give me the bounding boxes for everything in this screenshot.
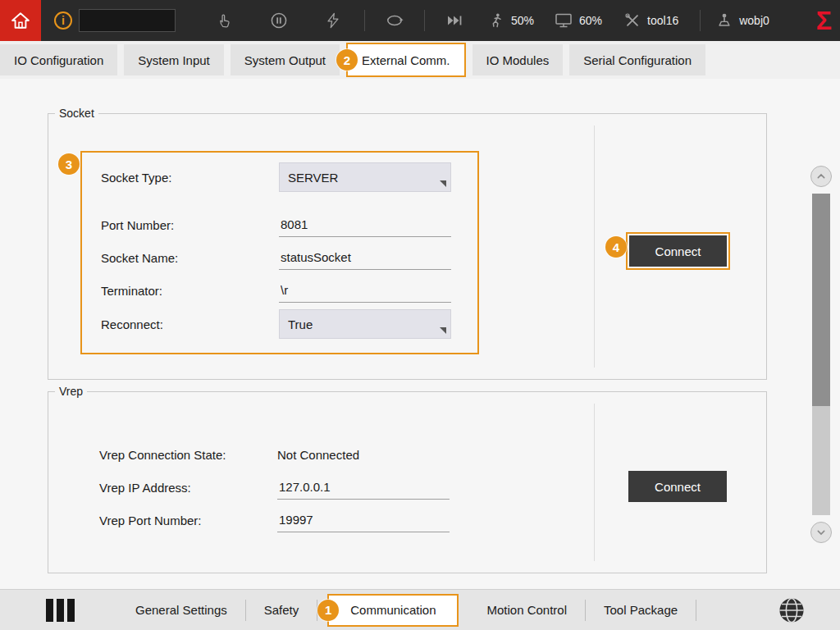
socket-form-highlight: 3 Socket Type: SERVER Port Number: Socke… bbox=[80, 151, 479, 354]
socket-legend: Socket bbox=[55, 107, 98, 120]
toolbar-divider bbox=[424, 10, 425, 31]
vrep-groupbox: Vrep Vrep Connection State: Not Connecte… bbox=[48, 391, 767, 573]
hand-guide-button[interactable] bbox=[215, 11, 235, 30]
vrep-port-row: Vrep Port Number: bbox=[99, 507, 450, 533]
reconnect-row: Reconnect: True bbox=[101, 309, 459, 339]
scrollbar-thumb[interactable] bbox=[812, 194, 830, 406]
message-field[interactable] bbox=[79, 9, 176, 32]
tab-label: System Output bbox=[244, 53, 326, 67]
config-tabbar: IO Configuration System Input System Out… bbox=[0, 41, 840, 79]
groupbox-divider bbox=[594, 404, 595, 561]
socket-name-input[interactable] bbox=[279, 245, 451, 270]
tab-io-configuration[interactable]: IO Configuration bbox=[0, 44, 117, 75]
loop-icon bbox=[385, 10, 404, 31]
chevron-up-icon bbox=[815, 170, 828, 183]
reconnect-select[interactable]: True bbox=[279, 309, 451, 339]
tab-system-output[interactable]: System Output bbox=[231, 44, 340, 75]
tab-system-input[interactable]: System Input bbox=[124, 44, 224, 75]
port-number-input[interactable] bbox=[279, 212, 451, 237]
home-icon bbox=[9, 9, 32, 32]
scroll-up-button[interactable] bbox=[810, 166, 832, 187]
pendant-screen: i bbox=[0, 0, 840, 630]
reconnect-label: Reconnect: bbox=[101, 317, 279, 331]
socket-type-value: SERVER bbox=[288, 171, 338, 185]
groupbox-divider bbox=[594, 126, 595, 368]
bottom-navbar: General Settings Safety 1 Communication … bbox=[0, 589, 840, 630]
vrep-state-value: Not Connected bbox=[277, 448, 359, 462]
terminator-row: Terminator: bbox=[101, 277, 459, 304]
port-number-label: Port Number: bbox=[101, 218, 279, 232]
pause-button[interactable] bbox=[269, 11, 289, 30]
terminator-label: Terminator: bbox=[101, 284, 279, 298]
socket-connect-button[interactable]: Connect bbox=[629, 235, 727, 267]
language-button[interactable] bbox=[776, 595, 807, 626]
vrep-ip-label: Vrep IP Address: bbox=[99, 481, 277, 495]
monitor-icon bbox=[554, 11, 573, 30]
socket-name-row: Socket Name: bbox=[101, 244, 459, 271]
vrep-connect-button[interactable]: Connect bbox=[628, 471, 727, 502]
vrep-state-row: Vrep Connection State: Not Connected bbox=[99, 443, 359, 466]
nav-motion-control[interactable]: Motion Control bbox=[468, 603, 585, 617]
runner-icon bbox=[487, 11, 505, 30]
globe-icon bbox=[776, 595, 807, 626]
toolbar-divider bbox=[700, 10, 701, 31]
monitor-indicator[interactable]: 60% bbox=[554, 11, 602, 30]
socket-groupbox: Socket 3 Socket Type: SERVER Port Number… bbox=[48, 113, 767, 380]
monitor-value: 60% bbox=[579, 14, 602, 27]
speed-indicator[interactable]: 50% bbox=[487, 11, 534, 30]
tab-serial-configuration[interactable]: Serial Configuration bbox=[569, 44, 705, 75]
chevron-down-icon bbox=[815, 526, 828, 539]
main-content: Socket 3 Socket Type: SERVER Port Number… bbox=[0, 79, 840, 589]
scrollbar-track[interactable] bbox=[812, 194, 830, 515]
wrench-icon bbox=[623, 11, 641, 30]
tab-label: External Comm. bbox=[362, 53, 450, 67]
top-toolbar: i bbox=[0, 0, 840, 41]
vrep-port-label: Vrep Port Number: bbox=[99, 514, 277, 527]
wobj-value: wobj0 bbox=[739, 14, 769, 27]
scroll-down-button[interactable] bbox=[810, 522, 832, 543]
joystick-icon bbox=[715, 11, 733, 30]
columns-menu-icon[interactable] bbox=[46, 599, 75, 622]
vrep-port-input[interactable] bbox=[277, 508, 450, 532]
vrep-ip-input[interactable] bbox=[277, 475, 450, 500]
dropdown-arrow-icon bbox=[440, 327, 446, 334]
bolt-icon bbox=[324, 11, 342, 30]
nav-safety[interactable]: Safety bbox=[246, 603, 317, 617]
vrep-ip-row: Vrep IP Address: bbox=[99, 474, 450, 500]
tab-io-modules[interactable]: IO Modules bbox=[472, 44, 564, 75]
step-forward-icon bbox=[445, 11, 464, 30]
terminator-input[interactable] bbox=[279, 278, 451, 303]
tab-external-comm[interactable]: 2 External Comm. bbox=[346, 43, 466, 77]
reconnect-value: True bbox=[288, 317, 313, 331]
step-forward-button[interactable] bbox=[445, 11, 464, 30]
home-button[interactable] bbox=[0, 0, 41, 41]
socket-type-select[interactable]: SERVER bbox=[279, 162, 451, 192]
info-icon: i bbox=[54, 11, 72, 30]
step-badge-2: 2 bbox=[336, 49, 358, 71]
nav-label: Communication bbox=[350, 603, 436, 617]
nav-general-settings[interactable]: General Settings bbox=[117, 603, 245, 617]
power-button[interactable] bbox=[323, 11, 343, 30]
scrollbar[interactable] bbox=[810, 166, 832, 543]
brand-logo: Σ bbox=[816, 7, 832, 34]
navbar-divider bbox=[696, 600, 696, 621]
tool-value: tool16 bbox=[647, 14, 678, 27]
socket-type-row: Socket Type: SERVER bbox=[101, 162, 459, 192]
vrep-state-label: Vrep Connection State: bbox=[99, 448, 277, 462]
pause-icon bbox=[269, 11, 289, 30]
toolbar-divider bbox=[364, 10, 365, 31]
wobj-selector[interactable]: wobj0 bbox=[715, 11, 769, 30]
port-number-row: Port Number: bbox=[101, 212, 459, 238]
tool-selector[interactable]: tool16 bbox=[623, 11, 678, 30]
vrep-legend: Vrep bbox=[55, 385, 87, 398]
tab-label: Serial Configuration bbox=[583, 53, 692, 67]
step-badge-1: 1 bbox=[317, 600, 339, 621]
tab-label: IO Modules bbox=[486, 53, 550, 67]
nav-communication[interactable]: 1 Communication bbox=[327, 594, 459, 627]
socket-connect-highlight: 4 Connect bbox=[626, 232, 730, 270]
loop-run-button[interactable] bbox=[385, 11, 404, 30]
nav-tool-package[interactable]: Tool Package bbox=[586, 603, 696, 617]
speed-value: 50% bbox=[511, 14, 534, 27]
socket-type-label: Socket Type: bbox=[101, 171, 279, 185]
hand-icon bbox=[216, 11, 234, 30]
